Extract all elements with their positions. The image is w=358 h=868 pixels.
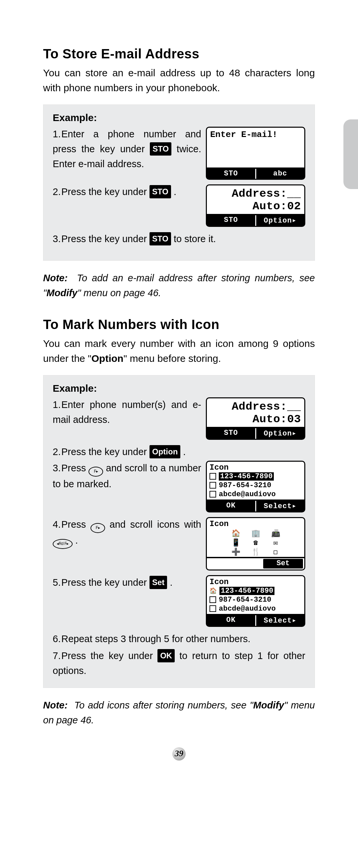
step-text: 4.Press F▸ and scroll icons with ◂Rd F▸ …: [53, 517, 201, 549]
softkey-right: Select▸: [256, 615, 305, 626]
phone-screen-enter-email: Enter E-mail! STO abc: [206, 127, 305, 180]
step-number: 1.: [53, 397, 61, 412]
example-label: Example:: [53, 383, 305, 394]
home-icon: 🏠: [209, 587, 217, 594]
step-number: 2.: [53, 184, 61, 199]
example-step: 1.Enter a phone number and press the key…: [53, 127, 305, 180]
step-number: 6.: [53, 631, 61, 646]
phone-screen-icon-list: Icon 123-456-7890 987-654-3210 abcde@aud…: [206, 461, 305, 513]
step-number: 5.: [53, 575, 61, 590]
checkbox-icon: [209, 491, 216, 497]
screen-title: Icon: [209, 463, 302, 472]
section-title-mark-icon: To Mark Numbers with Icon: [43, 317, 315, 332]
softkey-right: Select▸: [256, 501, 305, 512]
checkbox-icon: [209, 473, 216, 479]
step-text: 6.Repeat steps 3 through 5 for other num…: [53, 631, 305, 646]
f-key-icon: F▸: [91, 523, 105, 533]
step-number: 7.: [53, 648, 61, 663]
example-step: 2.Press the key under STO . Address:__ A…: [53, 184, 305, 227]
checkbox-icon: [209, 482, 216, 489]
note-text: Note: To add an e-mail address after sto…: [43, 271, 315, 301]
sto-key-label: STO: [150, 232, 171, 245]
phone-screen-address: Address:__ Auto:02 STO Option▸: [206, 184, 305, 227]
example-box-1: Example: 1.Enter a phone number and pres…: [43, 104, 315, 261]
softkey-right: Option▸: [256, 428, 305, 439]
step-text: 5.Press the key under Set .: [53, 575, 201, 590]
plus-icon: ➕: [229, 549, 242, 556]
step-number: 3.: [53, 231, 61, 246]
thumb-tab: [344, 119, 358, 189]
page-number: 39: [43, 747, 315, 761]
example-box-2: Example: 1.Enter phone number(s) and e-m…: [43, 375, 315, 688]
step-text: 7.Press the key under OK to return to st…: [53, 648, 305, 678]
step-number: 3.: [53, 461, 61, 476]
softkey-right: Set: [263, 559, 303, 568]
list-item: 987-654-3210: [209, 481, 302, 490]
section-title-store-email: To Store E-mail Address: [43, 46, 315, 61]
intro-text: You can store an e-mail address up to 48…: [43, 65, 315, 95]
phone-screen-icon-set: Icon 🏠123-456-7890 987-654-3210 abcde@au…: [206, 575, 305, 627]
step-text: 1.Enter a phone number and press the key…: [53, 127, 201, 172]
softkey-left: STO: [207, 215, 256, 226]
screen-line: Address:__: [210, 400, 301, 413]
set-key-label: Set: [150, 576, 167, 589]
softkey-left: OK: [207, 615, 256, 626]
fork-icon: 🍴: [249, 549, 262, 556]
list-item: 🏠123-456-7890: [209, 586, 302, 595]
note-label: Note:: [43, 700, 68, 710]
note-text: Note: To add icons after storing numbers…: [43, 698, 315, 728]
manual-page: To Store E-mail Address You can store an…: [0, 0, 358, 780]
step-text: 2.Press the key under STO .: [53, 184, 201, 199]
example-step: 6.Repeat steps 3 through 5 for other num…: [53, 631, 305, 646]
note-label: Note:: [43, 273, 68, 283]
rd-f-key-icon: ◂Rd F▸: [53, 539, 73, 549]
example-step: 7.Press the key under OK to return to st…: [53, 648, 305, 678]
checkbox-icon: [209, 605, 216, 612]
step-text: 3.Press the key under STO to store it.: [53, 231, 305, 246]
sto-key-label: STO: [150, 142, 171, 156]
step-number: 4.: [53, 517, 61, 532]
option-key-label: Option: [150, 445, 180, 458]
example-step: 3.Press the key under STO to store it.: [53, 231, 305, 246]
building-icon: 🏢: [249, 530, 262, 538]
list-item: 987-654-3210: [209, 595, 302, 604]
step-number: 2.: [53, 444, 61, 459]
checkbox-icon: [209, 596, 216, 603]
example-label: Example:: [53, 112, 305, 123]
phone-screen-icon-grid: Icon 🏠 🏢 📠 📱 ☎ ✉ ➕ 🍴 ◻ Set: [206, 517, 305, 570]
fax-icon: 📠: [269, 530, 282, 538]
screen-line: Auto:03: [210, 413, 301, 426]
f-key-icon: F▸: [89, 467, 103, 476]
softkey-right: abc: [256, 169, 305, 179]
softkey-left: STO: [207, 428, 256, 439]
screen-title: Icon: [209, 578, 302, 586]
softkey-left: OK: [207, 501, 256, 512]
example-step: 3.Press F▸ and scroll to a number to be …: [53, 461, 305, 513]
mobile-icon: 📱: [229, 540, 242, 547]
square-icon: ◻: [269, 549, 282, 556]
sto-key-label: STO: [150, 185, 171, 198]
screen-title: Icon: [209, 519, 302, 528]
example-step: 4.Press F▸ and scroll icons with ◂Rd F▸ …: [53, 517, 305, 570]
softkey-right: Option▸: [256, 215, 305, 226]
list-item: abcde@audiovo: [209, 604, 302, 613]
example-step: 2.Press the key under Option .: [53, 444, 305, 459]
step-text: 1.Enter phone number(s) and e-mail addre…: [53, 397, 201, 427]
phone-icon: ☎: [249, 540, 262, 547]
softkey-left: STO: [207, 169, 256, 179]
list-item: 123-456-7890: [209, 472, 302, 481]
step-number: 1.: [53, 127, 61, 142]
mail-icon: ✉: [269, 540, 282, 547]
intro-text: You can mark every number with an icon a…: [43, 336, 315, 366]
screen-line: Auto:02: [210, 200, 301, 213]
example-step: 1.Enter phone number(s) and e-mail addre…: [53, 397, 305, 440]
phone-screen-address: Address:__ Auto:03 STO Option▸: [206, 397, 305, 440]
home-icon: 🏠: [229, 530, 242, 538]
list-item: abcde@audiovo: [209, 490, 302, 499]
screen-line: Enter E-mail!: [210, 130, 301, 140]
example-step: 5.Press the key under Set . Icon 🏠123-45…: [53, 575, 305, 627]
icon-grid: 🏠 🏢 📠 📱 ☎ ✉ ➕ 🍴 ◻: [209, 528, 302, 557]
step-text: 2.Press the key under Option .: [53, 444, 305, 459]
step-text: 3.Press F▸ and scroll to a number to be …: [53, 461, 201, 492]
screen-line: Address:__: [210, 187, 301, 200]
